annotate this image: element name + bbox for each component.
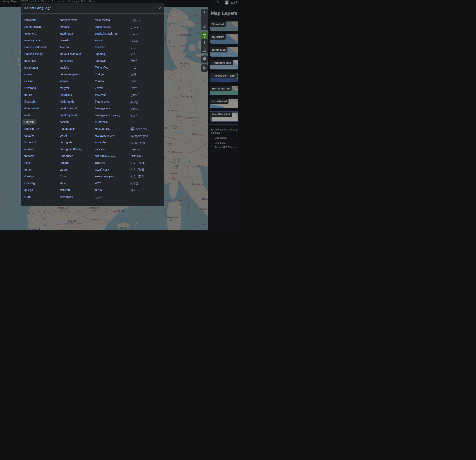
svg-text:Genoa: Genoa — [170, 176, 178, 179]
svg-text:Rome: Rome — [200, 208, 207, 210]
svg-text:GUERNSEY: GUERNSEY — [230, 100, 238, 102]
svg-text:Portugal: Portugal — [29, 228, 40, 230]
svg-text:Madrid: Madrid — [68, 220, 76, 223]
svg-text:Germany: Germany — [181, 95, 193, 98]
svg-text:Venice: Venice — [196, 165, 203, 167]
svg-text:Denmark: Denmark — [180, 33, 192, 36]
svg-text:Tàttari/Sassari: Tàttari/Sassari — [165, 216, 178, 218]
svg-text:Frankfurt: Frankfurt — [167, 109, 177, 112]
svg-text:Valladolid: Valladolid — [58, 207, 68, 209]
svg-text:Munich: Munich — [192, 133, 199, 135]
svg-text:Guernsey: Guernsey — [234, 87, 238, 89]
svg-text:Hamburg: Hamburg — [179, 62, 189, 65]
svg-text:Nuremberg: Nuremberg — [187, 116, 198, 119]
svg-text:A: A — [218, 1, 220, 3]
svg-text:Milan: Milan — [174, 165, 179, 167]
svg-text:San Marino: San Marino — [192, 183, 204, 185]
svg-text:Aarhus: Aarhus — [181, 25, 188, 28]
svg-text:Porto: Porto — [28, 212, 34, 215]
svg-text:Bremen: Bremen — [169, 69, 177, 71]
svg-text:Italy: Italy — [202, 197, 208, 200]
svg-text:Barcelona: Barcelona — [114, 209, 124, 212]
svg-text:?: ? — [205, 68, 206, 70]
svg-text:Zaragoza: Zaragoza — [90, 207, 99, 209]
svg-text:Palma de: Palma de — [118, 226, 128, 229]
svg-text:Stuttgart: Stuttgart — [170, 125, 179, 127]
svg-text:Mallorca: Mallorca — [118, 229, 127, 230]
svg-text:Zurich: Zurich — [167, 142, 173, 144]
